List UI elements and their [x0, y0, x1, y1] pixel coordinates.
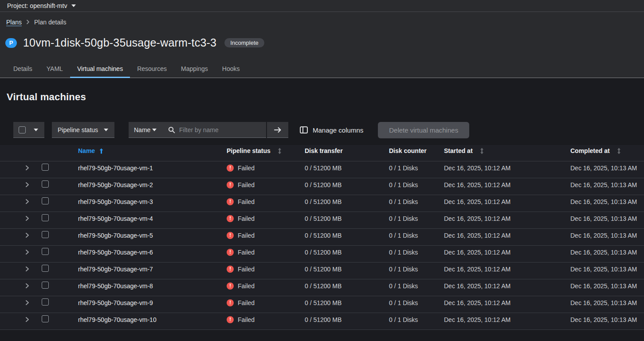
name-filter-label: Name — [134, 126, 150, 133]
row-checkbox[interactable] — [42, 265, 49, 272]
table-row: rhel79-50gb-70usage-vm-1 ! Failed 0 / 51… — [0, 161, 644, 178]
vm-name: rhel79-50gb-70usage-vm-7 — [71, 266, 220, 273]
search-input[interactable] — [179, 126, 263, 133]
column-header-disk-counter: Disk counter — [382, 147, 437, 154]
column-header-name[interactable]: Name — [71, 147, 220, 154]
columns-icon — [300, 126, 308, 133]
tab-virtual-machines[interactable]: Virtual machines — [70, 60, 130, 78]
manage-columns-button[interactable]: Manage columns — [298, 126, 365, 134]
row-expand-toggle[interactable] — [24, 281, 31, 290]
chevron-right-icon — [25, 216, 29, 221]
started-at-cell: Dec 16, 2025, 10:12 AM — [437, 165, 563, 172]
chevron-right-icon — [25, 199, 29, 204]
tab-yaml[interactable]: YAML — [39, 60, 70, 78]
chevron-right-icon — [25, 232, 29, 238]
column-header-started-at[interactable]: Started at — [437, 147, 563, 154]
completed-at-cell: Dec 16, 2025, 10:13 AM — [563, 198, 644, 205]
pipeline-status-text: Failed — [238, 249, 255, 256]
disk-transfer-cell: 0 / 51200 MB — [298, 215, 382, 222]
bulk-select-dropdown[interactable] — [13, 122, 44, 138]
search-submit-button[interactable] — [267, 122, 288, 138]
pipeline-status-filter-dropdown[interactable]: Pipeline status — [52, 122, 114, 138]
disk-transfer-cell: 0 / 51200 MB — [298, 316, 382, 323]
row-checkbox[interactable] — [42, 214, 49, 221]
chevron-right-icon — [25, 165, 29, 171]
row-checkbox[interactable] — [42, 282, 49, 289]
row-expand-toggle[interactable] — [24, 197, 31, 206]
row-expand-toggle[interactable] — [24, 163, 31, 172]
row-checkbox[interactable] — [42, 197, 49, 204]
pipeline-status-cell: ! Failed — [220, 249, 298, 256]
table-row: rhel79-50gb-70usage-vm-10 ! Failed 0 / 5… — [0, 313, 644, 330]
delete-virtual-machines-button[interactable]: Delete virtual machines — [378, 122, 469, 138]
row-expand-toggle[interactable] — [24, 315, 31, 324]
started-at-cell: Dec 16, 2025, 10:12 AM — [437, 181, 563, 188]
project-selector[interactable]: Project: openshift-mtv — [7, 2, 76, 9]
chevron-right-icon — [25, 182, 29, 188]
row-checkbox[interactable] — [42, 231, 49, 238]
started-at-cell: Dec 16, 2025, 10:12 AM — [437, 232, 563, 239]
pipeline-status-text: Failed — [238, 299, 255, 306]
started-at-cell: Dec 16, 2025, 10:12 AM — [437, 215, 563, 222]
started-at-cell: Dec 16, 2025, 10:12 AM — [437, 282, 563, 290]
disk-transfer-cell: 0 / 51200 MB — [298, 198, 382, 205]
page-title: 10vm-1disk-50gb-35usage-warm-tc3-3 — [23, 36, 216, 49]
name-filter-select[interactable]: Name — [129, 122, 162, 138]
row-checkbox[interactable] — [42, 298, 49, 306]
vm-table: Name Pipeline status Disk transfer Disk … — [0, 145, 644, 330]
caret-down-icon — [71, 4, 76, 7]
row-checkbox[interactable] — [42, 180, 49, 188]
row-expand-toggle[interactable] — [24, 264, 31, 274]
toolbar: Pipeline status Name — [0, 122, 644, 138]
pipeline-status-text: Failed — [238, 215, 255, 222]
disk-transfer-cell: 0 / 51200 MB — [298, 232, 382, 239]
row-checkbox[interactable] — [42, 248, 49, 255]
row-expand-toggle[interactable] — [24, 214, 31, 223]
pipeline-status-cell: ! Failed — [220, 215, 298, 222]
page-header: Plans Plan details P 10vm-1disk-50gb-35u… — [0, 12, 644, 78]
vm-name: rhel79-50gb-70usage-vm-6 — [71, 249, 220, 256]
bulk-select-checkbox[interactable] — [19, 126, 26, 133]
row-checkbox[interactable] — [42, 164, 49, 171]
vm-name: rhel79-50gb-70usage-vm-2 — [71, 181, 220, 188]
row-checkbox[interactable] — [42, 315, 49, 322]
tab-hooks[interactable]: Hooks — [215, 60, 247, 78]
chevron-right-icon — [25, 283, 29, 289]
failed-exclamation-icon: ! — [227, 316, 234, 323]
disk-counter-cell: 0 / 1 Disks — [382, 165, 437, 172]
row-expand-toggle[interactable] — [24, 180, 31, 189]
disk-transfer-cell: 0 / 51200 MB — [298, 282, 382, 290]
pipeline-status-text: Failed — [238, 232, 255, 239]
pipeline-status-text: Failed — [238, 198, 255, 205]
table-row: rhel79-50gb-70usage-vm-8 ! Failed 0 / 51… — [0, 279, 644, 296]
breadcrumb-link-plans[interactable]: Plans — [6, 19, 22, 26]
sort-ascending-icon — [99, 148, 103, 154]
tab-resources[interactable]: Resources — [130, 60, 174, 78]
vm-name: rhel79-50gb-70usage-vm-10 — [71, 316, 220, 323]
manage-columns-label: Manage columns — [313, 126, 363, 134]
row-expand-toggle[interactable] — [24, 298, 31, 307]
tab-details[interactable]: Details — [6, 60, 39, 78]
tab-mappings[interactable]: Mappings — [174, 60, 215, 78]
chevron-right-icon — [25, 266, 29, 272]
disk-transfer-cell: 0 / 51200 MB — [298, 249, 382, 256]
column-header-pipeline-status[interactable]: Pipeline status — [220, 147, 298, 154]
sortable-icon — [278, 148, 282, 154]
table-row: rhel79-50gb-70usage-vm-6 ! Failed 0 / 51… — [0, 246, 644, 263]
disk-counter-cell: 0 / 1 Disks — [382, 249, 437, 256]
column-header-completed-at[interactable]: Completed at — [563, 147, 644, 154]
completed-at-cell: Dec 16, 2025, 10:13 AM — [563, 232, 644, 239]
pipeline-status-filter-label: Pipeline status — [58, 126, 98, 133]
row-expand-toggle[interactable] — [24, 247, 31, 257]
pipeline-status-cell: ! Failed — [220, 282, 298, 290]
pipeline-status-cell: ! Failed — [220, 316, 298, 323]
section-heading: Virtual machines — [0, 78, 644, 103]
vm-name: rhel79-50gb-70usage-vm-9 — [71, 299, 220, 306]
chevron-right-icon — [25, 249, 29, 255]
disk-transfer-cell: 0 / 51200 MB — [298, 299, 382, 306]
pipeline-status-text: Failed — [238, 266, 255, 273]
failed-exclamation-icon: ! — [227, 165, 234, 172]
chevron-right-icon — [25, 317, 29, 322]
row-expand-toggle[interactable] — [24, 231, 31, 240]
breadcrumb: Plans Plan details — [0, 12, 644, 26]
